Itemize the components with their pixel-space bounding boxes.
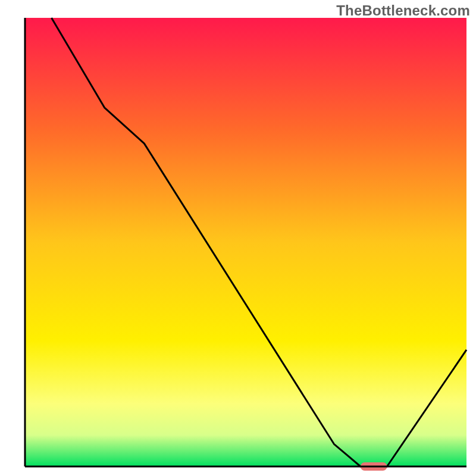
bottleneck-chart [0, 0, 476, 476]
chart-frame: TheBottleneck.com [0, 0, 476, 476]
